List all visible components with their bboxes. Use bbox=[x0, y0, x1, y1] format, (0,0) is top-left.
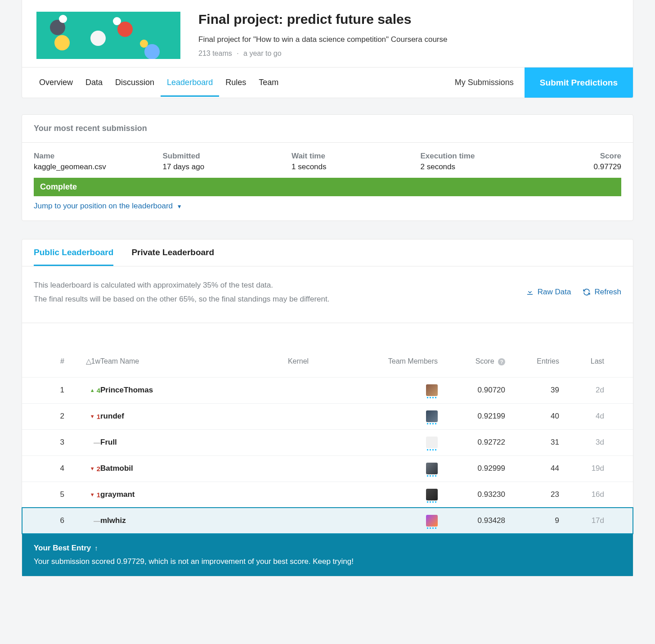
leaderboard-card: Public Leaderboard Private Leaderboard T… bbox=[22, 239, 633, 576]
tab-rules[interactable]: Rules bbox=[219, 69, 252, 97]
refresh-icon bbox=[583, 288, 591, 296]
rank-delta: ▼2 bbox=[64, 465, 100, 473]
last-submission: 2d bbox=[559, 386, 604, 395]
tab-leaderboard[interactable]: Leaderboard bbox=[161, 69, 219, 97]
team-name: graymant bbox=[100, 490, 249, 499]
score: 0.93230 bbox=[438, 490, 505, 499]
entries: 40 bbox=[505, 412, 559, 421]
rank-delta: — bbox=[64, 517, 100, 525]
lb-info-line2: The final results will be based on the o… bbox=[34, 292, 329, 306]
competition-title: Final project: predict future sales bbox=[198, 12, 448, 27]
recent-submission-heading: Your most recent submission bbox=[22, 115, 633, 143]
help-icon[interactable]: ? bbox=[498, 358, 505, 365]
entries: 39 bbox=[505, 386, 559, 395]
th-entries: Entries bbox=[505, 357, 559, 368]
col-exec-label: Execution time bbox=[421, 152, 550, 161]
score: 0.92999 bbox=[438, 464, 505, 473]
avatar[interactable] bbox=[426, 489, 438, 500]
th-delta: △1w bbox=[64, 357, 100, 368]
col-score-label: Score bbox=[549, 152, 621, 161]
raw-data-label: Raw Data bbox=[538, 288, 571, 297]
team-name: rundef bbox=[100, 412, 249, 421]
team-members bbox=[348, 384, 438, 396]
th-rank: # bbox=[33, 357, 64, 368]
team-members bbox=[348, 463, 438, 474]
col-wait-value: 1 seconds bbox=[292, 162, 421, 171]
rank: 4 bbox=[33, 464, 64, 473]
leaderboard-row[interactable]: 3—Frull0.92722313d bbox=[22, 429, 633, 455]
leaderboard-row[interactable]: 1▲4PrinceThomas0.90720392d bbox=[22, 377, 633, 403]
my-submissions-link[interactable]: My Submissions bbox=[444, 69, 525, 96]
avatar[interactable] bbox=[426, 437, 438, 448]
competition-banner bbox=[36, 12, 180, 59]
rank-delta: ▼1 bbox=[64, 413, 100, 420]
team-members bbox=[348, 410, 438, 422]
team-members bbox=[348, 437, 438, 448]
team-members bbox=[348, 515, 438, 527]
rank: 1 bbox=[33, 386, 64, 395]
teams-count: 213 teams bbox=[198, 50, 232, 57]
th-team: Team Name bbox=[100, 357, 249, 368]
avatar[interactable] bbox=[426, 515, 438, 527]
col-name-label: Name bbox=[34, 152, 163, 161]
jump-to-position-link[interactable]: Jump to your position on the leaderboard… bbox=[22, 202, 633, 221]
rank: 2 bbox=[33, 412, 64, 421]
lb-info-line1: This leaderboard is calculated with appr… bbox=[34, 278, 329, 292]
team-members bbox=[348, 489, 438, 500]
arrow-up-icon: ↑ bbox=[94, 544, 98, 552]
rank: 5 bbox=[33, 490, 64, 499]
th-score-label: Score bbox=[476, 357, 494, 365]
download-icon bbox=[526, 288, 534, 296]
team-name: mlwhiz bbox=[100, 516, 249, 525]
refresh-label: Refresh bbox=[594, 288, 621, 297]
best-entry-title: Your Best Entry bbox=[34, 544, 91, 553]
competition-header: Final project: predict future sales Fina… bbox=[22, 0, 633, 98]
rank-delta: — bbox=[64, 439, 100, 446]
th-kernel: Kernel bbox=[249, 357, 348, 368]
submit-predictions-button[interactable]: Submit Predictions bbox=[525, 68, 633, 98]
col-submitted-label: Submitted bbox=[163, 152, 292, 161]
avatar[interactable] bbox=[426, 463, 438, 474]
raw-data-link[interactable]: Raw Data bbox=[526, 288, 571, 297]
tab-team[interactable]: Team bbox=[252, 69, 285, 97]
col-wait-label: Wait time bbox=[292, 152, 421, 161]
entries: 23 bbox=[505, 490, 559, 499]
refresh-link[interactable]: Refresh bbox=[583, 288, 621, 297]
avatar[interactable] bbox=[426, 384, 438, 396]
competition-tabs: Overview Data Discussion Leaderboard Rul… bbox=[33, 69, 285, 97]
last-submission: 4d bbox=[559, 412, 604, 421]
leaderboard-row[interactable]: 4▼2Batmobil0.929994419d bbox=[22, 455, 633, 482]
tab-discussion[interactable]: Discussion bbox=[109, 69, 161, 97]
caret-down-icon: ▼ bbox=[175, 203, 182, 210]
leaderboard-row[interactable]: 6—mlwhiz0.93428917d bbox=[22, 508, 633, 534]
col-name-value: kaggle_geomean.csv bbox=[34, 162, 163, 171]
leaderboard-info: This leaderboard is calculated with appr… bbox=[34, 278, 329, 306]
score: 0.92199 bbox=[438, 412, 505, 421]
leaderboard-row[interactable]: 2▼1rundef0.92199404d bbox=[22, 403, 633, 429]
tab-data[interactable]: Data bbox=[79, 69, 109, 97]
entries: 9 bbox=[505, 516, 559, 525]
competition-meta: 213 teams · a year to go bbox=[198, 50, 448, 58]
leaderboard-row[interactable]: 5▼1graymant0.932302316d bbox=[22, 482, 633, 508]
last-submission: 17d bbox=[559, 516, 604, 525]
last-submission: 19d bbox=[559, 464, 604, 473]
submission-status-bar: Complete bbox=[34, 178, 621, 196]
team-name: Frull bbox=[100, 438, 249, 447]
public-leaderboard-tab[interactable]: Public Leaderboard bbox=[34, 248, 113, 266]
competition-description: Final project for "How to win a data sci… bbox=[198, 35, 448, 44]
best-entry-banner: Your Best Entry ↑ Your submission scored… bbox=[22, 534, 633, 576]
score: 0.93428 bbox=[438, 516, 505, 525]
recent-submission-card: Your most recent submission Name kaggle_… bbox=[22, 114, 633, 221]
tab-overview[interactable]: Overview bbox=[33, 69, 79, 97]
rank-delta: ▼1 bbox=[64, 491, 100, 499]
deadline: a year to go bbox=[243, 50, 282, 57]
last-submission: 16d bbox=[559, 490, 604, 499]
last-submission: 3d bbox=[559, 438, 604, 447]
rank: 3 bbox=[33, 438, 64, 447]
private-leaderboard-tab[interactable]: Private Leaderboard bbox=[131, 248, 214, 266]
avatar[interactable] bbox=[426, 410, 438, 422]
th-members: Team Members bbox=[348, 357, 438, 368]
best-entry-message: Your submission scored 0.97729, which is… bbox=[34, 557, 621, 566]
leaderboard-body: 1▲4PrinceThomas0.90720392d2▼1rundef0.921… bbox=[22, 377, 633, 534]
th-last: Last bbox=[559, 357, 604, 368]
